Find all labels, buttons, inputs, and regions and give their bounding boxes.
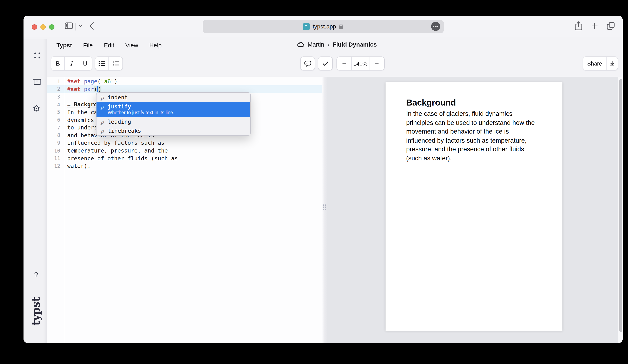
check-button[interactable] (318, 57, 332, 70)
italic-button[interactable]: I (65, 57, 78, 70)
svg-text:1: 1 (112, 61, 114, 64)
zoom-in-button[interactable]: + (370, 57, 384, 70)
menu-typst[interactable]: Typst (57, 42, 72, 49)
settings-gear-icon[interactable]: ⚙ (33, 104, 40, 113)
bold-button[interactable]: B (51, 57, 65, 70)
line-number: 9 (47, 140, 65, 146)
comment-button[interactable] (301, 57, 314, 70)
zoom-level[interactable]: 140% (352, 57, 370, 70)
splitter-drag-handle[interactable] (323, 205, 326, 212)
typst-logo: typst (30, 294, 42, 328)
scrollbar-thumb[interactable] (619, 79, 622, 332)
code-line-11[interactable]: 11presence of other fluids (such as (47, 154, 322, 162)
code-text: water). (65, 163, 91, 169)
preview-body: In the case of glaciers, fluid dynamicsp… (406, 109, 535, 163)
numbered-list-button[interactable]: 1 2 (109, 57, 122, 70)
bullet-list-button[interactable] (95, 57, 109, 70)
autocomplete-popup: pindentpjustifyWhether to justify text i… (96, 92, 251, 136)
browser-window: t typst.app ••• TypstFil (23, 16, 623, 343)
check-icon (322, 61, 328, 66)
line-number: 6 (47, 117, 65, 123)
share-button[interactable]: Share (583, 57, 607, 70)
svg-text:2: 2 (112, 64, 114, 66)
line-number: 1 (47, 78, 65, 84)
code-editor[interactable]: 1#set page("a6")2#set par()34= Backgroun… (47, 77, 322, 343)
fullscreen-window-button[interactable] (49, 24, 54, 29)
menu-file[interactable]: File (83, 42, 93, 49)
autocomplete-description: Whether to justify text in its line. (101, 110, 246, 115)
gutter-divider (65, 77, 65, 343)
code-line-9[interactable]: 9influenced by factors such as (47, 139, 322, 146)
line-number: 12 (47, 163, 65, 169)
zoom-group: − 140% + (336, 57, 385, 71)
line-number: 4 (47, 101, 65, 107)
line-number: 10 (47, 147, 65, 153)
new-tab-icon[interactable] (591, 23, 598, 29)
numbered-list-icon: 1 2 (112, 61, 119, 66)
download-button[interactable] (607, 57, 618, 70)
code-text: influenced by factors such as (65, 140, 164, 146)
spellcheck-group (318, 57, 333, 71)
line-number: 2 (47, 86, 65, 92)
share-group: Share (583, 57, 618, 71)
autocomplete-item-leading[interactable]: pleading (96, 117, 250, 126)
tab-overview-icon[interactable] (607, 22, 615, 30)
autocomplete-item-indent[interactable]: pindent (96, 93, 250, 102)
comments-group (300, 57, 315, 71)
autocomplete-item-linebreaks[interactable]: plinebreaks (96, 126, 250, 135)
list-group: 1 2 (95, 57, 123, 71)
url-text: typst.app (313, 23, 336, 30)
code-line-12[interactable]: 12water). (47, 162, 322, 170)
page-settings-icon[interactable]: ••• (431, 22, 440, 31)
back-button[interactable] (89, 22, 94, 30)
browser-toolbar: t typst.app ••• (23, 16, 623, 37)
pane-splitter[interactable] (322, 77, 327, 343)
minimize-window-button[interactable] (40, 24, 46, 29)
autocomplete-item-justify[interactable]: pjustifyWhether to justify text in its l… (96, 102, 250, 117)
code-line-1[interactable]: 1#set page("a6") (47, 77, 322, 85)
code-text: temperature, pressure, and the (65, 147, 168, 154)
breadcrumb-document[interactable]: Fluid Dynamics (332, 41, 377, 48)
preview-page: Background In the case of glaciers, flui… (386, 82, 562, 331)
close-window-button[interactable] (32, 24, 37, 29)
lock-icon (339, 23, 343, 29)
address-bar[interactable]: t typst.app ••• (202, 20, 444, 33)
files-icon[interactable] (33, 79, 41, 85)
menu-help[interactable]: Help (149, 42, 162, 49)
text-style-group: B I U (51, 57, 92, 71)
preview-scrollbar[interactable] (618, 77, 623, 343)
app-menubar: TypstFileEditViewHelp (57, 42, 162, 49)
preview-pane: Background In the case of glaciers, flui… (327, 77, 623, 343)
breadcrumb-separator: › (328, 41, 329, 48)
toolbar-divider (76, 23, 76, 30)
line-number: 5 (47, 109, 65, 115)
chevron-down-icon[interactable] (78, 24, 83, 27)
app-grid-icon[interactable] (34, 52, 40, 59)
sidebar-toggle-icon[interactable] (65, 22, 73, 29)
code-text: #set page("a6") (65, 78, 118, 85)
comment-icon (304, 60, 311, 67)
zoom-out-button[interactable]: − (337, 57, 352, 70)
screen: t typst.app ••• TypstFil (0, 0, 628, 364)
typst-favicon: t (303, 23, 310, 30)
breadcrumb-workspace[interactable]: Martin (308, 41, 324, 48)
code-line-10[interactable]: 10temperature, pressure, and the (47, 147, 322, 154)
underline-button[interactable]: U (78, 57, 92, 70)
browser-share-icon[interactable] (575, 21, 582, 30)
line-number: 11 (47, 155, 65, 161)
help-icon[interactable]: ? (34, 271, 38, 279)
text-cursor (97, 86, 98, 92)
breadcrumb: Martin › Fluid Dynamics (297, 41, 377, 48)
bullet-list-icon (98, 61, 105, 66)
cloud-icon (297, 42, 304, 47)
code-text: #set par() (65, 86, 101, 92)
menu-edit[interactable]: Edit (104, 42, 114, 49)
menu-view[interactable]: View (125, 42, 138, 49)
preview-heading: Background (406, 98, 456, 108)
line-number: 8 (47, 132, 65, 138)
code-line-2[interactable]: 2#set par() (47, 85, 322, 93)
line-number: 3 (47, 94, 65, 100)
code-text: presence of other fluids (such as (65, 155, 178, 161)
line-number: 7 (47, 124, 65, 131)
download-icon (610, 61, 615, 66)
